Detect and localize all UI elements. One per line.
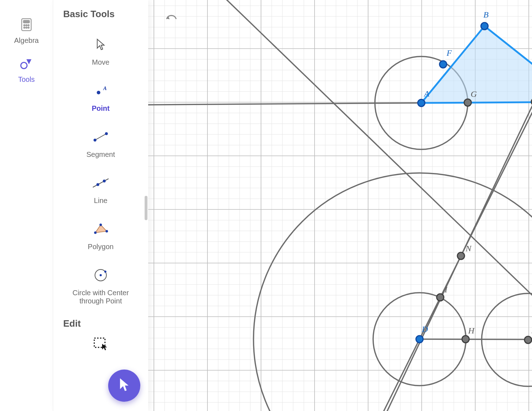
nav-rail: Algebra Tools	[0, 0, 53, 411]
svg-point-18	[100, 224, 102, 226]
svg-point-9	[97, 91, 100, 94]
polygon-icon	[92, 222, 109, 236]
svg-point-22	[104, 271, 106, 273]
tool-point[interactable]: A Point	[65, 76, 136, 122]
nav-tools[interactable]: Tools	[0, 55, 53, 84]
svg-rect-1	[24, 20, 30, 23]
svg-point-2	[24, 25, 25, 26]
tool-line[interactable]: Line	[65, 168, 136, 214]
segment-icon	[93, 130, 109, 144]
svg-point-131	[416, 336, 423, 343]
undo-button[interactable]	[164, 12, 178, 24]
select-rect-icon	[93, 336, 109, 351]
svg-line-14	[93, 179, 109, 187]
svg-point-137	[457, 252, 465, 259]
svg-point-127	[440, 61, 447, 68]
tool-label: Circle with Center through Point	[69, 289, 133, 305]
svg-line-122	[420, 339, 532, 340]
tool-label: Point	[92, 104, 110, 113]
svg-point-134	[525, 336, 532, 343]
svg-point-3	[26, 25, 27, 26]
tool-label: Polygon	[88, 243, 114, 251]
cursor-icon	[95, 38, 106, 52]
svg-point-17	[94, 232, 97, 234]
nav-label: Tools	[18, 75, 35, 84]
tool-panel-header: Basic Tools	[63, 9, 148, 20]
tool-label: Move	[92, 58, 110, 66]
svg-point-13	[105, 132, 108, 135]
svg-line-11	[95, 134, 106, 140]
tool-polygon[interactable]: Polygon	[65, 214, 136, 260]
line-icon	[92, 176, 109, 190]
svg-point-121	[254, 173, 532, 411]
svg-point-12	[94, 139, 96, 142]
svg-marker-123	[421, 26, 532, 103]
tool-panel: Basic Tools Move A Point	[53, 0, 148, 411]
point-icon: A	[94, 84, 108, 98]
svg-point-136	[437, 294, 444, 301]
svg-point-6	[26, 27, 27, 28]
tools-icon	[18, 55, 35, 72]
svg-text:A: A	[103, 85, 107, 91]
geometry-canvas[interactable]: ABCFJGKDEHLMIN	[148, 0, 532, 411]
circle-icon	[93, 268, 108, 282]
calculator-icon	[18, 16, 35, 33]
svg-point-124	[418, 99, 425, 107]
tool-label: Segment	[86, 150, 115, 159]
scrollbar-thumb[interactable]	[145, 196, 147, 220]
svg-point-129	[464, 99, 471, 106]
tool-label: Line	[94, 197, 107, 205]
tool-move[interactable]: Move	[65, 30, 136, 76]
nav-algebra[interactable]: Algebra	[0, 16, 53, 45]
svg-point-19	[106, 230, 108, 233]
fab-move-tool[interactable]	[108, 370, 140, 402]
svg-point-8	[21, 63, 27, 69]
svg-point-7	[28, 27, 29, 28]
undo-icon	[164, 18, 178, 24]
svg-point-4	[28, 25, 29, 26]
scene	[148, 0, 532, 411]
svg-point-5	[24, 27, 25, 28]
cursor-solid-icon	[117, 377, 131, 394]
svg-point-16	[103, 180, 106, 183]
tool-select-rect[interactable]	[65, 334, 136, 360]
svg-point-15	[96, 183, 99, 186]
nav-label: Algebra	[14, 36, 39, 45]
svg-point-133	[462, 336, 469, 343]
svg-point-21	[100, 274, 102, 276]
tool-section-edit: Edit	[63, 318, 148, 329]
tool-segment[interactable]: Segment	[65, 122, 136, 168]
svg-point-125	[481, 23, 488, 30]
tool-circle-center-through[interactable]: Circle with Center through Point	[65, 260, 136, 315]
